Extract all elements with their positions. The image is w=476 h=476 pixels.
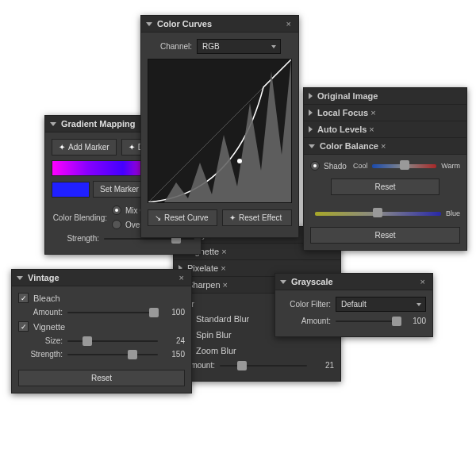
button-label: Reset (374, 182, 395, 191)
accordion-original[interactable]: Original Image (304, 88, 466, 105)
accordion-color-balance[interactable]: Color Balance × (304, 138, 466, 155)
zoom-blur-option[interactable]: ✦ Zoom Blur (180, 345, 334, 356)
channel-select[interactable]: RGB (197, 39, 281, 54)
slider-value: 150 (163, 350, 185, 359)
color-curves-panel: Color Curves × Channel: RGB ↘ Reset Curv… (140, 15, 299, 238)
close-icon[interactable]: × (221, 280, 230, 290)
filter-label: Color Filter: (282, 300, 331, 309)
button-label: Reset (374, 231, 395, 240)
slider-value: 24 (163, 336, 185, 345)
overlay-radio[interactable] (112, 220, 121, 229)
button-label: Reset Curve (164, 213, 209, 222)
accordion-local-focus[interactable]: Local Focus × (304, 105, 466, 121)
star-icon: ✦ (129, 143, 135, 152)
reset-curve-button[interactable]: ↘ Reset Curve (148, 209, 217, 226)
panel-header[interactable]: Color Curves × (141, 16, 298, 33)
panel-title: Color Curves (157, 19, 284, 29)
channel-label: Channel: (148, 42, 192, 51)
grayscale-amount-slider[interactable]: 100 (336, 317, 426, 325)
shadow-label: Shado (324, 162, 347, 171)
reset-effect-button[interactable]: ✦ Reset Effect (222, 209, 292, 226)
accordion-label: Local Focus (317, 108, 368, 117)
bleach-checkbox[interactable] (18, 293, 29, 303)
marker-color-swatch[interactable] (52, 182, 90, 198)
button-label: Reset Effect (239, 213, 282, 222)
checkbox-label: Vignette (33, 322, 65, 332)
reset-button-2[interactable]: Reset (310, 227, 460, 244)
vignette-checkbox[interactable] (18, 321, 29, 332)
close-icon[interactable]: × (218, 263, 228, 273)
accordion-label: Auto Levels (317, 125, 367, 134)
chevron-down-icon (17, 276, 23, 280)
size-label: Size: (18, 336, 63, 345)
blur-label: Spin Blur (196, 330, 232, 340)
svg-marker-1 (164, 60, 291, 202)
amount-label: Amount: (282, 317, 331, 325)
star-icon: ✦ (229, 213, 236, 222)
slider-value: 21 (312, 361, 334, 370)
accordion-auto-levels[interactable]: Auto Levels × (304, 121, 466, 138)
reset-button[interactable]: Reset (18, 370, 185, 386)
close-icon[interactable]: × (219, 247, 228, 256)
add-marker-button[interactable]: ✦ Add Marker (52, 139, 117, 155)
vintage-panel: Vintage × Bleach Amount: 100 Vignette Si… (11, 269, 192, 393)
button-label: Add Marker (68, 143, 109, 152)
blur-label: Zoom Blur (196, 346, 236, 355)
chevron-down-icon (50, 122, 56, 126)
color-balance-panel: Original Image Local Focus × Auto Levels… (303, 87, 467, 251)
cool-label: Cool (353, 162, 368, 170)
select-value: RGB (202, 42, 220, 51)
chevron-down-icon (146, 22, 152, 26)
strength-label: Strength: (52, 234, 99, 243)
select-value: Default (341, 300, 367, 309)
curves-graph[interactable] (148, 59, 292, 203)
chevron-right-icon (309, 126, 313, 132)
bleach-amount-slider[interactable]: 100 (67, 308, 185, 317)
grayscale-panel: Grayscale × Color Filter: Default Amount… (274, 273, 433, 337)
chevron-down-icon (280, 280, 286, 284)
accordion-label: Original Image (317, 91, 378, 101)
close-icon[interactable]: × (367, 125, 376, 134)
blur-label: Standard Blur (196, 314, 249, 324)
slider-value: 100 (163, 308, 185, 317)
panel-title: Vintage (28, 273, 177, 282)
svg-point-2 (237, 159, 242, 163)
slider-value: 100 (404, 317, 426, 325)
close-icon[interactable]: × (378, 141, 388, 151)
strength-label: Strength: (18, 350, 63, 359)
accordion-label: Sharpen (187, 280, 221, 290)
close-icon[interactable]: × (368, 108, 378, 117)
vignette-size-slider[interactable]: 24 (67, 336, 185, 345)
panel-header[interactable]: Vintage × (12, 270, 191, 286)
shadow-radio[interactable] (310, 161, 320, 171)
checkbox-label: Bleach (33, 294, 60, 303)
panel-title: Grayscale (291, 277, 418, 286)
blue-label: Blue (446, 209, 460, 217)
mix-radio[interactable] (112, 205, 121, 215)
color-filter-select[interactable]: Default (336, 297, 426, 312)
reset-button[interactable]: Reset (331, 178, 440, 195)
star-icon: ✦ (59, 143, 65, 152)
button-label: Reset (91, 374, 112, 382)
chevron-right-icon (309, 93, 313, 99)
close-icon[interactable]: × (177, 273, 186, 282)
arrow-icon: ↘ (155, 213, 161, 222)
cool-warm-slider[interactable] (372, 164, 436, 168)
yellow-blue-slider[interactable] (315, 212, 441, 216)
blend-label: Color Blending: (52, 213, 107, 222)
chevron-right-icon (309, 109, 313, 116)
amount-label: Amount: (18, 308, 63, 317)
close-icon[interactable]: × (418, 277, 428, 286)
warm-label: Warm (441, 162, 460, 170)
blur-amount-slider[interactable]: 21 (220, 361, 334, 370)
vignette-strength-slider[interactable]: 150 (67, 350, 185, 359)
close-icon[interactable]: × (284, 19, 294, 29)
panel-header[interactable]: Grayscale × (275, 274, 432, 290)
chevron-down-icon (309, 144, 315, 148)
accordion-label: Color Balance (320, 141, 378, 151)
